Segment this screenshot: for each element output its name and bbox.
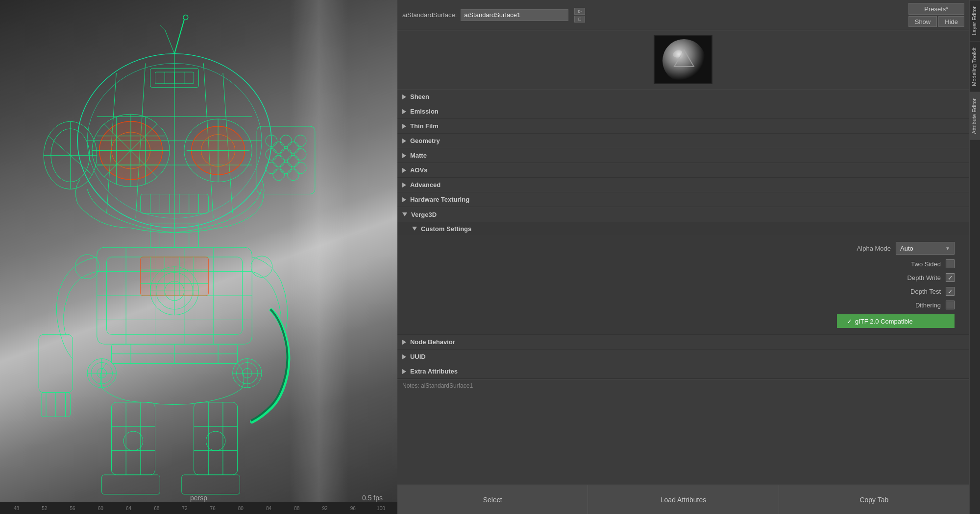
uuid-collapse-icon — [402, 354, 406, 359]
svg-point-50 — [273, 142, 285, 154]
svg-line-28 — [165, 29, 174, 53]
sidebar-tab-layer-editor[interactable]: Layer Editor — [970, 0, 980, 41]
viewport-panel: persp 0.5 fps 48 52 56 60 64 68 72 76 80… — [0, 0, 397, 514]
section-node-behavior[interactable]: Node Behavior — [397, 335, 969, 350]
viewport-ruler: 48 52 56 60 64 68 72 76 80 84 88 92 96 1… — [0, 502, 397, 514]
custom-settings-collapse-icon — [412, 227, 417, 231]
alpha-mode-value: Auto — [900, 245, 913, 252]
depth-write-checkmark: ✓ — [948, 275, 953, 281]
dropdown-arrow-icon: ▼ — [945, 246, 950, 251]
svg-point-87 — [251, 256, 272, 278]
svg-point-81 — [75, 255, 99, 279]
ruler-tick: 92 — [311, 506, 339, 511]
svg-line-29 — [160, 24, 165, 29]
verge3d-content: Custom Settings Alpha Mode Auto ▼ — [397, 222, 969, 334]
section-advanced[interactable]: Advanced — [397, 178, 969, 192]
presets-button[interactable]: Presets* — [908, 3, 964, 15]
svg-point-42 — [280, 135, 292, 147]
header-icon-group: ▷ □ — [574, 8, 585, 23]
section-uuid[interactable]: UUID — [397, 350, 969, 364]
material-preview-svg — [655, 36, 712, 84]
robot-wireframe-svg — [0, 0, 397, 514]
sidebar-tab-modeling-toolkit[interactable]: Modeling Toolkit — [970, 41, 980, 92]
thin-film-collapse-icon — [402, 124, 406, 129]
header-icon-bottom[interactable]: □ — [574, 16, 585, 23]
section-emission[interactable]: Emission — [397, 104, 969, 119]
material-name-input[interactable] — [461, 9, 568, 21]
dithering-checkbox[interactable] — [946, 301, 955, 309]
svg-rect-106 — [182, 475, 240, 494]
gltf-checkmark-icon: ✓ — [847, 318, 852, 325]
ruler-tick: 48 — [2, 506, 30, 511]
attr-header: aiStandardSurface: ▷ □ Presets* Show Hid… — [397, 0, 969, 30]
emission-collapse-icon — [402, 109, 406, 114]
copy-tab-button[interactable]: Copy Tab — [779, 485, 969, 514]
notes-area: Notes: aiStandardSurface1 — [397, 379, 969, 394]
show-button[interactable]: Show — [908, 16, 937, 27]
section-extra-attributes[interactable]: Extra Attributes — [397, 364, 969, 379]
two-sided-checkbox[interactable] — [946, 259, 955, 268]
svg-point-44 — [266, 148, 277, 160]
verge3d-collapse-icon — [402, 212, 407, 216]
section-thin-film[interactable]: Thin Film — [397, 119, 969, 134]
gltf-label: gITF 2.0 Compatible — [855, 318, 913, 325]
bookmark-icon: ▷ — [578, 9, 582, 14]
ruler-tick: 56 — [58, 506, 86, 511]
section-sheen[interactable]: Sheen — [397, 90, 969, 104]
ruler-tick: 76 — [199, 506, 227, 511]
section-hardware-texturing[interactable]: Hardware Texturing — [397, 192, 969, 207]
select-button[interactable]: Select — [397, 485, 588, 514]
attr-scroll-area[interactable]: Sheen Emission Thin Film Geometry Matte — [397, 90, 969, 485]
svg-line-26 — [174, 20, 184, 53]
depth-write-row: Depth Write ✓ — [402, 271, 964, 284]
sidebar-tab-attribute-editor[interactable]: Attribute Editor — [970, 92, 980, 140]
alpha-mode-row: Alpha Mode Auto ▼ — [402, 239, 964, 257]
depth-test-checkbox[interactable]: ✓ — [946, 287, 955, 296]
svg-point-54 — [273, 169, 285, 181]
svg-point-124 — [662, 39, 706, 82]
svg-point-27 — [183, 15, 188, 20]
custom-settings-header[interactable]: Custom Settings — [397, 222, 969, 235]
ruler-tick: 88 — [283, 506, 311, 511]
ruler-tick: 72 — [171, 506, 198, 511]
load-attributes-button[interactable]: Load Attributes — [588, 485, 779, 514]
node-behavior-collapse-icon — [402, 340, 406, 345]
attribute-editor-panel: aiStandardSurface: ▷ □ Presets* Show Hid… — [397, 0, 969, 514]
material-preview-box — [654, 35, 712, 84]
svg-point-43 — [294, 135, 306, 147]
advanced-label: Advanced — [410, 181, 441, 188]
ruler-tick: 96 — [339, 506, 367, 511]
section-geometry[interactable]: Geometry — [397, 134, 969, 148]
svg-point-48 — [280, 162, 292, 174]
ruler-ticks: 48 52 56 60 64 68 72 76 80 84 88 92 96 1… — [0, 506, 397, 511]
ruler-tick: 80 — [227, 506, 255, 511]
thin-film-label: Thin Film — [410, 122, 439, 130]
header-icon-top[interactable]: ▷ — [574, 8, 585, 15]
right-sidebar: Layer Editor Modeling Toolkit Attribute … — [969, 0, 980, 514]
svg-point-49 — [294, 162, 306, 174]
gltf-button[interactable]: ✓ gITF 2.0 Compatible — [837, 314, 955, 328]
copy-icon: □ — [579, 17, 581, 22]
presets-show-hide: Presets* Show Hide — [908, 3, 964, 27]
depth-test-label: Depth Test — [910, 288, 941, 295]
hide-button[interactable]: Hide — [938, 16, 964, 27]
extra-attributes-collapse-icon — [402, 369, 406, 374]
section-matte[interactable]: Matte — [397, 148, 969, 163]
svg-rect-82 — [39, 334, 73, 393]
svg-point-98 — [123, 431, 143, 451]
ruler-tick: 84 — [255, 506, 283, 511]
section-aovs[interactable]: AOVs — [397, 163, 969, 178]
extra-attributes-label: Extra Attributes — [410, 368, 458, 375]
svg-point-105 — [206, 431, 225, 451]
viewport-persp-label: persp — [190, 494, 207, 502]
alpha-mode-dropdown[interactable]: Auto ▼ — [896, 242, 955, 255]
viewport-fps-label: 0.5 fps — [362, 494, 383, 502]
dithering-row: Dithering — [402, 298, 964, 312]
section-verge3d-header[interactable]: Verge3D — [397, 207, 969, 222]
advanced-collapse-icon — [402, 183, 406, 187]
bottom-bar: Select Load Attributes Copy Tab — [397, 485, 969, 514]
sheen-label: Sheen — [410, 93, 429, 100]
depth-write-checkbox[interactable]: ✓ — [946, 273, 955, 282]
dithering-label: Dithering — [915, 302, 941, 309]
two-sided-label: Two Sided — [911, 260, 941, 268]
